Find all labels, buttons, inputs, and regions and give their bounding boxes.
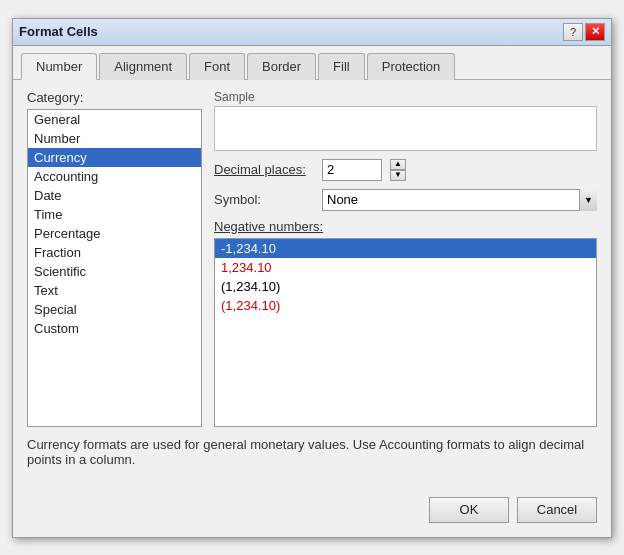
- decimal-down[interactable]: ▼: [390, 170, 406, 181]
- symbol-label: Symbol:: [214, 192, 314, 207]
- decimal-up[interactable]: ▲: [390, 159, 406, 170]
- sample-label: Sample: [214, 90, 597, 104]
- category-special[interactable]: Special: [28, 300, 201, 319]
- dialog-title: Format Cells: [19, 24, 98, 39]
- tab-font[interactable]: Font: [189, 53, 245, 80]
- title-bar: Format Cells ? ✕: [13, 19, 611, 46]
- neg-item-2[interactable]: (1,234.10): [215, 277, 596, 296]
- tab-number[interactable]: Number: [21, 53, 97, 80]
- category-time[interactable]: Time: [28, 205, 201, 224]
- ok-button[interactable]: OK: [429, 497, 509, 523]
- category-accounting[interactable]: Accounting: [28, 167, 201, 186]
- negative-numbers-label: Negative numbers:: [214, 219, 597, 234]
- category-label: Category:: [27, 90, 202, 105]
- category-section: Category: General Number Currency Accoun…: [27, 90, 202, 427]
- category-general[interactable]: General: [28, 110, 201, 129]
- category-date[interactable]: Date: [28, 186, 201, 205]
- main-content: Category: General Number Currency Accoun…: [27, 90, 597, 427]
- category-currency[interactable]: Currency: [28, 148, 201, 167]
- dialog-body: Category: General Number Currency Accoun…: [13, 80, 611, 537]
- cancel-button[interactable]: Cancel: [517, 497, 597, 523]
- symbol-select[interactable]: None $ € £ ¥: [322, 189, 597, 211]
- category-number[interactable]: Number: [28, 129, 201, 148]
- symbol-row: Symbol: None $ € £ ¥ ▼: [214, 189, 597, 211]
- category-scientific[interactable]: Scientific: [28, 262, 201, 281]
- sample-area: Sample: [214, 90, 597, 151]
- close-button[interactable]: ✕: [585, 23, 605, 41]
- category-fraction[interactable]: Fraction: [28, 243, 201, 262]
- symbol-select-wrapper: None $ € £ ¥ ▼: [322, 189, 597, 211]
- decimal-label: Decimal places:: [214, 162, 314, 177]
- tab-fill[interactable]: Fill: [318, 53, 365, 80]
- help-button[interactable]: ?: [563, 23, 583, 41]
- decimal-row: Decimal places: ▲ ▼: [214, 159, 597, 181]
- sample-box: [214, 106, 597, 151]
- tab-protection[interactable]: Protection: [367, 53, 456, 80]
- right-section: Sample Decimal places: ▲ ▼ Symbo: [214, 90, 597, 427]
- format-cells-dialog: Format Cells ? ✕ Number Alignment Font B…: [12, 18, 612, 538]
- tab-alignment[interactable]: Alignment: [99, 53, 187, 80]
- tab-border[interactable]: Border: [247, 53, 316, 80]
- category-percentage[interactable]: Percentage: [28, 224, 201, 243]
- button-row: OK Cancel: [27, 491, 597, 527]
- decimal-input[interactable]: [322, 159, 382, 181]
- category-custom[interactable]: Custom: [28, 319, 201, 338]
- negative-numbers-list[interactable]: -1,234.10 1,234.10 (1,234.10) (1,234.10): [214, 238, 597, 427]
- tabs-bar: Number Alignment Font Border Fill Protec…: [13, 46, 611, 80]
- negative-numbers-section: Negative numbers: -1,234.10 1,234.10 (1,…: [214, 219, 597, 427]
- neg-item-0[interactable]: -1,234.10: [215, 239, 596, 258]
- category-text[interactable]: Text: [28, 281, 201, 300]
- neg-item-1[interactable]: 1,234.10: [215, 258, 596, 277]
- category-list[interactable]: General Number Currency Accounting Date …: [27, 109, 202, 427]
- description-text: Currency formats are used for general mo…: [27, 437, 597, 481]
- decimal-spinner: ▲ ▼: [390, 159, 406, 181]
- neg-item-3[interactable]: (1,234.10): [215, 296, 596, 315]
- title-bar-controls: ? ✕: [563, 23, 605, 41]
